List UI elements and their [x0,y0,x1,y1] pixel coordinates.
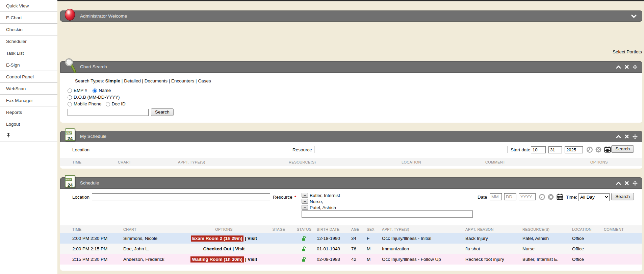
cell-age: 34 [351,236,367,241]
collapse-chevron-up-icon[interactable] [616,65,621,69]
cell-chart[interactable]: Anderson, Frederick [123,257,182,262]
separator: | [245,257,247,262]
appointment-row: 2:00 PM 2:15 PM Doe, John L. Checked Out… [60,244,642,254]
schedule-search-button[interactable]: Search [611,193,634,200]
search-type-cases[interactable]: Cases [198,78,211,83]
sidebar-item-e-sign[interactable]: E-Sign [0,59,57,71]
select-portlets-link[interactable]: Select Portlets [613,49,642,54]
clock-icon[interactable] [587,147,593,154]
sidebar-item-checkin[interactable]: Checkin [0,24,57,35]
search-type-detailed[interactable]: Detailed [124,78,141,83]
chart-search-button[interactable]: Search [151,108,174,116]
search-type-encounters[interactable]: Encounters [171,78,194,83]
date-year-input[interactable] [519,193,536,200]
separator: | [196,78,197,83]
close-icon[interactable] [625,134,629,139]
collapse-chevron-up-icon[interactable] [616,135,621,139]
my-schedule-table-header: TIME CHART APPT. TYPE(S) RESOURCE(S) LOC… [60,158,642,166]
my-schedule-search-button[interactable]: Search [611,145,634,153]
sidebar-item-scheduler[interactable]: Scheduler [0,35,57,47]
unlocked-icon[interactable] [291,236,317,241]
visit-link[interactable]: Visit [248,257,257,262]
sidebar-item-webscan[interactable]: WebScan [0,83,57,95]
date-day-input[interactable] [504,193,516,200]
resource-item: Butler, Internist [310,193,340,198]
clock-icon[interactable] [539,194,545,201]
my-schedule-resource-input[interactable] [314,146,508,153]
cell-birth-date: 01-01-1949 [317,246,351,251]
cell-location: Office [572,236,604,241]
start-date-day-input[interactable] [548,146,562,153]
chevron-down-icon[interactable] [631,14,637,20]
resource-selected-list: – Butler, Internist – Nurse, – Patel, As… [302,192,340,210]
appointment-row: 2:15 PM 2:30 PM Anderson, Frederick Wait… [60,254,642,265]
clear-date-icon[interactable] [595,147,601,154]
visit-link[interactable]: Visit [235,246,244,251]
move-icon[interactable] [633,181,638,186]
remove-resource-button[interactable]: – [302,199,308,204]
close-icon[interactable] [625,65,629,69]
sidebar-item-task-list[interactable]: Task List [0,47,57,59]
column-chart: CHART [118,160,178,164]
name-radio[interactable] [93,89,97,93]
cell-age: 42 [351,257,367,262]
cell-sex: M [367,246,382,251]
sidebar-item-e-chart[interactable]: E-Chart [0,12,57,24]
sidebar-item-quick-view[interactable]: Quick View [0,0,57,12]
dob-label: D.O.B (MM-DD-YYYY) [74,94,120,101]
search-type-simple[interactable]: Simple [105,78,120,83]
sidebar-item-reports[interactable]: Reports [0,106,57,118]
doc-id-radio[interactable] [106,102,110,106]
cell-appt-type: Occ Injury/Illness - Initial [382,236,465,241]
mobile-phone-radio[interactable] [68,102,72,106]
emp-number-radio[interactable] [68,89,72,93]
sidebar-item-logout[interactable]: Logout [0,118,57,130]
column-age: AGE [351,227,367,231]
time-select[interactable]: All Day [578,193,610,201]
red-sphere-icon [65,9,75,21]
collapse-chevron-up-icon[interactable] [616,181,621,185]
chart-search-input[interactable] [68,109,149,116]
my-schedule-location-input[interactable] [92,146,287,153]
move-icon[interactable] [633,134,638,139]
sidebar-item-control-panel[interactable]: Control Panel [0,71,57,83]
start-date-year-input[interactable] [565,146,583,153]
cell-birth-date: 02-08-1983 [317,257,351,262]
cell-chart[interactable]: Simmons, Nicole [123,236,182,241]
column-location: LOCATION [402,160,485,164]
dob-radio[interactable] [68,95,72,100]
cell-age: 76 [351,246,367,251]
time-label: Time: [566,195,577,200]
cell-options: Waiting Room (1h 30m) | Visit [182,256,266,263]
sidebar-pin-button[interactable] [0,130,57,142]
calendar-picker-icon[interactable] [557,194,563,201]
schedule-resource-input[interactable] [302,210,473,218]
move-icon[interactable] [633,65,638,70]
location-label: Location [72,147,89,152]
cell-birth-date: 12-18-1990 [317,236,351,241]
sidebar-item-fax-manager[interactable]: Fax Manager [0,95,57,106]
name-label: Name [99,87,111,94]
cell-appt-type: Occ Injury/Illness - Follow Up [382,257,465,262]
close-icon[interactable] [625,181,629,185]
search-type-documents[interactable]: Documents [145,78,168,83]
search-types-label: Search Types: [75,78,104,83]
unlocked-icon[interactable] [291,257,317,262]
room-status-badge[interactable]: Exam Room 2 (1h 29m) [191,235,244,242]
remove-resource-button[interactable]: – [302,205,308,210]
calendar-page-icon: MAY 24 [65,128,75,141]
calendar-picker-icon[interactable] [604,146,611,154]
my-schedule-portlet: MAY 24 My Schedule Location Resource Sta… [60,131,642,169]
unlocked-icon[interactable] [291,246,317,252]
remove-resource-button[interactable]: – [302,193,308,198]
column-options: OPTIONS [585,160,642,164]
date-month-input[interactable] [490,193,502,200]
start-date-month-input[interactable] [531,146,546,153]
visit-link[interactable]: Visit [248,236,257,241]
mobile-phone-label[interactable]: Mobile Phone [74,101,102,107]
room-status-badge[interactable]: Waiting Room (1h 30m) [190,256,244,263]
cell-chart[interactable]: Doe, John L. [123,246,182,251]
schedule-location-input[interactable] [92,193,270,200]
clear-date-icon[interactable] [548,194,554,201]
cell-sex: F [367,236,382,241]
